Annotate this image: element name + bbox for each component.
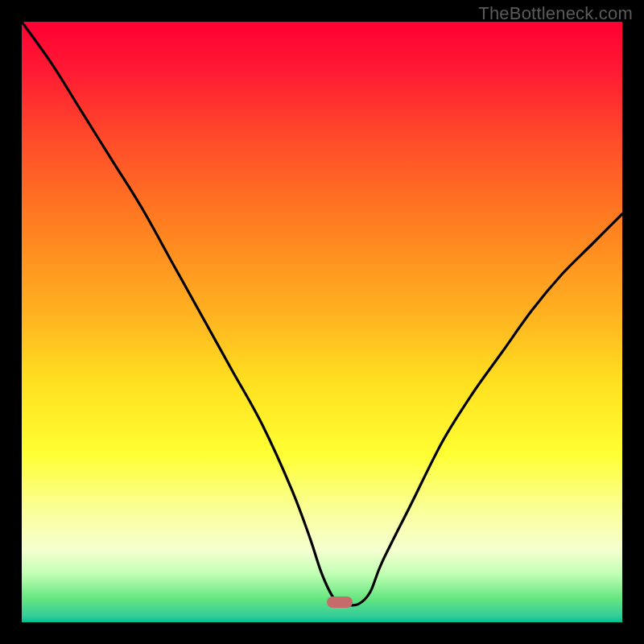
bottleneck-curve: [22, 22, 622, 622]
chart-container: TheBottleneck.com: [0, 0, 644, 644]
optimal-marker-icon: [327, 597, 353, 608]
plot-area: [22, 22, 622, 622]
